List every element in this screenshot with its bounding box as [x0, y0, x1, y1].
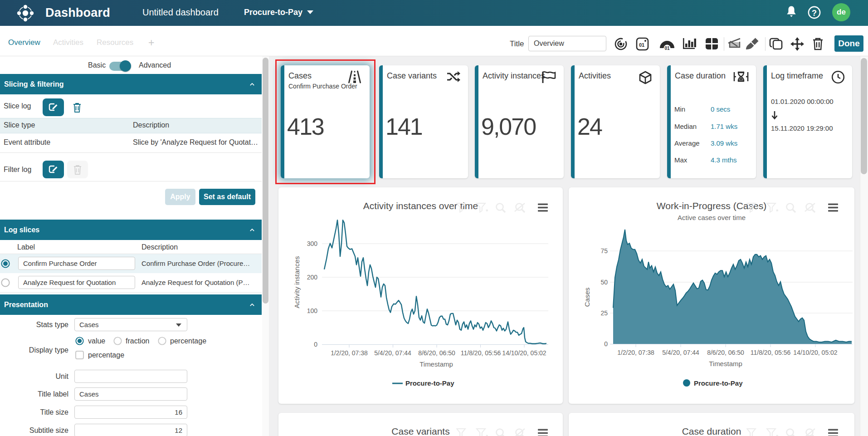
svg-text:1/2/20, 07:38: 1/2/20, 07:38 — [331, 349, 368, 357]
svg-text:Procure-to-Pay: Procure-to-Pay — [405, 379, 454, 387]
svg-text:25: 25 — [600, 309, 608, 317]
svg-text:0: 0 — [314, 341, 317, 348]
svg-text:11/8/20, 05:56: 11/8/20, 05:56 — [461, 349, 501, 357]
svg-text:300: 300 — [307, 240, 318, 247]
svg-text:?: ? — [812, 9, 817, 18]
svg-text:01: 01 — [639, 42, 644, 48]
svg-text:75: 75 — [600, 247, 608, 255]
svg-text:Timestamp: Timestamp — [709, 360, 742, 367]
svg-text:Timestamp: Timestamp — [419, 360, 453, 368]
svg-text:Activity instances: Activity instances — [293, 256, 301, 308]
svg-text:5/4/20, 07:44: 5/4/20, 07:44 — [662, 349, 699, 356]
svg-text:11/8/20, 05:56: 11/8/20, 05:56 — [751, 349, 791, 356]
svg-text:01: 01 — [664, 46, 670, 51]
svg-text:14/10/20, 05:02: 14/10/20, 05:02 — [502, 349, 546, 357]
svg-text:200: 200 — [307, 274, 318, 281]
svg-text:50: 50 — [600, 279, 608, 286]
svg-text:8/6/20, 06:50: 8/6/20, 06:50 — [707, 349, 744, 356]
svg-text:Cases: Cases — [583, 288, 591, 307]
svg-text:14/10/20, 05:02: 14/10/20, 05:02 — [793, 349, 838, 356]
svg-text:5/4/20, 07:44: 5/4/20, 07:44 — [374, 349, 411, 357]
svg-text:8/6/20, 06:50: 8/6/20, 06:50 — [418, 349, 455, 357]
svg-text:Procure-to-Pay: Procure-to-Pay — [694, 379, 743, 387]
svg-text:100: 100 — [307, 307, 318, 314]
svg-text:0: 0 — [604, 340, 608, 348]
svg-text:1/2/20, 07:38: 1/2/20, 07:38 — [617, 349, 654, 356]
